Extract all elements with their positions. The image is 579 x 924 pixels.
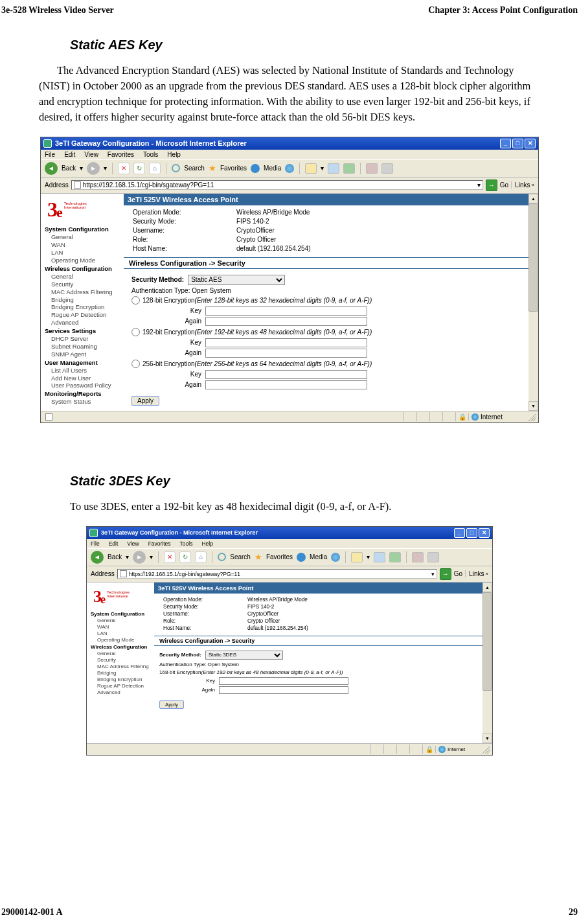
print-icon[interactable] — [328, 163, 339, 174]
menu-favorites[interactable]: Favorites — [108, 151, 134, 158]
minimize-button[interactable]: _ — [454, 528, 465, 538]
go-label[interactable]: Go — [454, 570, 462, 577]
nav-item-bridging[interactable]: Bridging — [89, 670, 152, 676]
again-256-input[interactable] — [205, 380, 367, 389]
favorites-icon[interactable]: ★ — [255, 552, 262, 562]
resize-grip-icon[interactable] — [527, 412, 536, 421]
menu-help[interactable]: Help — [201, 540, 212, 547]
back-label[interactable]: Back — [108, 553, 122, 560]
address-dropdown-icon[interactable]: ▾ — [477, 181, 481, 189]
research-icon[interactable] — [427, 552, 439, 562]
address-input[interactable]: https://192.168.15.1/cgi-bin/sgateway?PG… — [117, 569, 437, 579]
content-scrollbar[interactable]: ▲ ▼ — [482, 583, 492, 743]
nav-item-bridgeenc[interactable]: Bridging Encryption — [43, 303, 121, 311]
refresh-button[interactable]: ↻ — [133, 163, 145, 174]
apply-button[interactable]: Apply — [159, 700, 184, 709]
search-label[interactable]: Search — [230, 553, 251, 560]
links-expand-icon[interactable]: » — [532, 182, 534, 188]
nav-item-advanced[interactable]: Advanced — [43, 319, 121, 327]
edit-icon[interactable] — [343, 163, 355, 174]
nav-item-wgeneral[interactable]: General — [43, 273, 121, 281]
radio-256bit[interactable] — [131, 360, 140, 368]
radio-128bit[interactable] — [131, 296, 140, 305]
mail-icon[interactable] — [351, 552, 363, 562]
key-256-input[interactable] — [205, 370, 367, 379]
back-label[interactable]: Back — [62, 165, 76, 172]
nav-item-pwdpolicy[interactable]: User Password Policy — [43, 382, 121, 389]
again-192-input[interactable] — [205, 349, 367, 358]
scroll-down-icon[interactable]: ▼ — [528, 401, 538, 411]
scroll-up-icon[interactable]: ▲ — [482, 583, 492, 592]
go-label[interactable]: Go — [500, 181, 508, 189]
favorites-label[interactable]: Favorites — [220, 165, 247, 172]
menu-tools[interactable]: Tools — [180, 540, 193, 547]
nav-item-wgeneral[interactable]: General — [89, 651, 152, 657]
security-method-select[interactable]: Static AES — [188, 275, 285, 285]
search-icon[interactable] — [172, 164, 180, 172]
mail-icon[interactable] — [305, 163, 317, 174]
nav-item-sysstatus[interactable]: System Status — [43, 398, 121, 406]
discuss-icon[interactable] — [412, 552, 424, 562]
scroll-thumb[interactable] — [528, 203, 538, 312]
menu-file[interactable]: File — [45, 151, 55, 158]
mail-dropdown-icon[interactable]: ▾ — [321, 165, 324, 172]
content-scrollbar[interactable]: ▲ ▼ — [528, 194, 538, 411]
again-128-input[interactable] — [205, 317, 367, 326]
nav-item-listusers[interactable]: List All Users — [43, 367, 121, 375]
nav-item-wan[interactable]: WAN — [43, 241, 121, 249]
menu-favorites[interactable]: Favorites — [148, 540, 171, 547]
nav-item-general[interactable]: General — [43, 233, 121, 241]
address-dropdown-icon[interactable]: ▾ — [431, 571, 435, 577]
edit-icon[interactable] — [389, 552, 401, 562]
security-method-select[interactable]: Static 3DES — [205, 651, 283, 660]
back-dropdown-icon[interactable]: ▾ — [126, 553, 129, 560]
nav-item-advanced[interactable]: Advanced — [89, 689, 152, 696]
discuss-icon[interactable] — [366, 163, 378, 174]
menu-edit[interactable]: Edit — [64, 151, 75, 158]
media-label[interactable]: Media — [310, 553, 327, 560]
back-button[interactable]: ◄ — [91, 551, 104, 564]
key-3des-input[interactable] — [219, 677, 348, 685]
back-dropdown-icon[interactable]: ▾ — [80, 165, 83, 172]
go-button[interactable]: → — [440, 568, 451, 580]
home-button[interactable]: ⌂ — [195, 551, 207, 563]
favorites-label[interactable]: Favorites — [266, 553, 293, 560]
go-button[interactable]: → — [486, 179, 497, 191]
search-icon[interactable] — [218, 553, 226, 561]
back-button[interactable]: ◄ — [45, 162, 58, 175]
nav-item-subnet[interactable]: Subnet Roaming — [43, 343, 121, 351]
scroll-up-icon[interactable]: ▲ — [528, 194, 538, 203]
nav-item-lan[interactable]: LAN — [89, 630, 152, 637]
nav-item-snmp[interactable]: SNMP Agent — [43, 351, 121, 358]
again-3des-input[interactable] — [219, 686, 348, 694]
stop-button[interactable]: ✕ — [118, 163, 130, 174]
media-icon[interactable] — [251, 164, 260, 173]
close-button[interactable]: ✕ — [479, 528, 490, 538]
key-128-input[interactable] — [205, 306, 367, 316]
history-icon[interactable] — [331, 553, 340, 562]
media-icon[interactable] — [297, 553, 306, 562]
nav-item-rogue[interactable]: Rogue AP Detection — [43, 311, 121, 319]
nav-item-bridging[interactable]: Bridging — [43, 296, 121, 304]
nav-item-opmode[interactable]: Operating Mode — [89, 637, 152, 643]
close-button[interactable]: ✕ — [525, 139, 536, 148]
nav-item-security[interactable]: Security — [89, 657, 152, 664]
favorites-icon[interactable]: ★ — [209, 163, 216, 173]
print-icon[interactable] — [374, 552, 385, 562]
window-titlebar[interactable]: 3eTI Gateway Configuration - Microsoft I… — [41, 137, 538, 150]
home-button[interactable]: ⌂ — [149, 163, 161, 174]
scroll-down-icon[interactable]: ▼ — [482, 733, 492, 743]
scroll-thumb[interactable] — [482, 592, 492, 691]
menu-edit[interactable]: Edit — [109, 540, 119, 547]
resize-grip-icon[interactable] — [481, 745, 490, 754]
search-label[interactable]: Search — [184, 165, 205, 172]
apply-button[interactable]: Apply — [131, 396, 159, 406]
nav-item-dhcp[interactable]: DHCP Server — [43, 335, 121, 343]
refresh-button[interactable]: ↻ — [179, 551, 191, 563]
menu-view[interactable]: View — [127, 540, 139, 547]
mail-dropdown-icon[interactable]: ▾ — [367, 553, 370, 560]
nav-item-macfilter[interactable]: MAC Address Filtering — [43, 288, 121, 296]
nav-item-adduser[interactable]: Add New User — [43, 375, 121, 382]
nav-item-security[interactable]: Security — [43, 281, 121, 288]
links-expand-icon[interactable]: » — [486, 571, 488, 577]
